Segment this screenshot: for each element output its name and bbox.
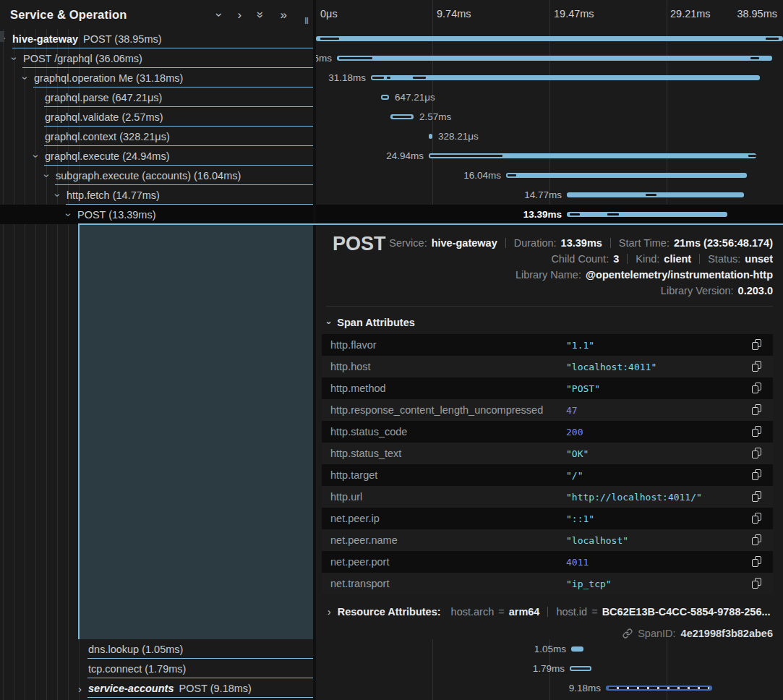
copy-icon[interactable] [752, 339, 762, 351]
span-row-hive-gateway-post[interactable]: › hive-gateway POST (38.95ms) [0, 29, 316, 48]
timeline-row[interactable]: 9.18ms [316, 678, 783, 698]
separator [610, 238, 611, 248]
copy-icon[interactable] [752, 534, 762, 546]
duration-value: 13.39ms [561, 237, 602, 249]
copy-icon[interactable] [752, 383, 762, 394]
copy-icon[interactable] [752, 448, 762, 459]
timeline-row[interactable]: 31.18ms [316, 68, 783, 88]
copy-icon[interactable] [752, 426, 762, 438]
link-icon[interactable] [622, 628, 633, 639]
chevron-right-icon[interactable]: › [237, 9, 241, 21]
double-chevron-right-icon[interactable]: » [281, 9, 287, 21]
attribute-row: http.url "http://localhost:4011/" [322, 486, 773, 508]
detail-spacer [78, 225, 313, 639]
span-service: hive-gateway [12, 33, 78, 45]
timeline-row[interactable]: 24.94ms [316, 146, 783, 166]
copy-icon[interactable] [752, 578, 762, 589]
timeline-row[interactable]: 38.95ms [316, 29, 783, 48]
attribute-row: http.flavor "1.1" [322, 334, 773, 356]
span-row-post-selected[interactable]: › POST (13.39ms) [0, 205, 316, 224]
chevron-down-icon[interactable]: › [31, 154, 42, 158]
child-count-value: 3 [613, 253, 619, 265]
copy-icon[interactable] [752, 404, 762, 416]
double-chevron-down-icon[interactable]: » [254, 11, 267, 17]
span-attributes-header[interactable]: › Span Attributes [328, 317, 415, 328]
span-row-graphql-validate[interactable]: graphql.validate (2.57ms) [0, 107, 316, 127]
span-service: service-accounts [88, 683, 174, 694]
span-name: graphql.execute (24.94ms) [45, 150, 170, 162]
separator [547, 607, 548, 617]
child-marker [320, 38, 339, 40]
span-name: graphql.operation Me (31.18ms) [34, 72, 183, 84]
span-row-post-graphql[interactable]: › POST /graphql (36.06ms) [0, 48, 316, 68]
resource-attr-value: arm64 [509, 606, 540, 618]
span-bar[interactable] [506, 173, 747, 178]
timeline-rows-bottom: 1.05ms 1.79ms 9.18ms [316, 639, 783, 698]
left-panel-header: Service & Operation › › » » [0, 0, 316, 29]
copy-icon[interactable] [752, 469, 762, 481]
attribute-row: net.transport "ip_tcp" [322, 573, 773, 594]
selected-span-accent-line [78, 223, 783, 225]
span-bar[interactable] [337, 56, 772, 61]
span-bar[interactable] [316, 36, 783, 41]
copy-icon[interactable] [752, 556, 762, 568]
copy-icon[interactable] [752, 513, 762, 524]
attribute-value: "1.1" [566, 340, 594, 351]
span-row-graphql-parse[interactable]: graphql.parse (647.21μs) [0, 88, 316, 107]
span-bar[interactable] [429, 134, 432, 139]
timeline-row-selected[interactable]: 13.39ms [316, 205, 783, 224]
chevron-right-icon[interactable]: › [328, 606, 331, 618]
timeline-row[interactable]: 36.06ms [316, 48, 783, 68]
resource-attributes-row[interactable]: › Resource Attributes: host.arch = arm64… [328, 605, 771, 619]
row-underline [87, 697, 316, 698]
span-row-service-accounts-post[interactable]: › service-accounts POST (9.18ms) [0, 678, 316, 698]
timeline-row[interactable]: 647.21μs [316, 88, 783, 107]
child-marker [430, 155, 502, 157]
chevron-down-icon[interactable]: › [213, 12, 226, 17]
span-bar[interactable] [567, 212, 727, 217]
chevron-down-icon[interactable]: › [53, 193, 64, 197]
span-tree-bottom: dns.lookup (1.05ms) tcp.connect (1.79ms)… [0, 639, 316, 698]
attribute-key: http.method [330, 383, 386, 394]
detail-info-line-3: Library Name: @opentelemetry/instrumenta… [389, 267, 773, 283]
span-row-subgraph-execute[interactable]: › subgraph.execute (accounts) (16.04ms) [0, 166, 316, 185]
chevron-down-icon[interactable]: › [42, 174, 53, 177]
chevron-right-icon[interactable]: › [78, 683, 82, 693]
attribute-key: http.response_content_length_uncompresse… [330, 404, 543, 416]
timeline-row[interactable]: 328.21μs [316, 127, 783, 146]
timeline-row[interactable]: 1.79ms [316, 659, 783, 678]
panel-divider[interactable] [313, 0, 316, 700]
span-row-http-fetch[interactable]: › http.fetch (14.77ms) [0, 185, 316, 205]
copy-icon[interactable] [752, 361, 762, 372]
chevron-down-icon[interactable]: › [64, 213, 74, 216]
span-row-graphql-context[interactable]: graphql.context (328.21μs) [0, 127, 316, 146]
timeline-row[interactable]: 16.04ms [316, 166, 783, 185]
child-marker [570, 213, 580, 215]
panel-resize-handle[interactable]: ‖ [304, 16, 309, 26]
attribute-value: 4011 [566, 557, 589, 568]
span-row-graphql-execute[interactable]: › graphql.execute (24.94ms) [0, 146, 316, 166]
timeline-row[interactable]: 2.57ms [316, 107, 783, 127]
chevron-down-icon[interactable]: › [9, 56, 20, 60]
timeline-row[interactable]: 14.77ms [316, 185, 783, 205]
timeline-row[interactable]: 1.05ms [316, 639, 783, 659]
copy-icon[interactable] [752, 491, 762, 503]
duration-label: Duration: [514, 237, 557, 249]
chevron-down-icon[interactable]: › [324, 321, 335, 324]
chevron-down-icon[interactable]: › [20, 76, 31, 80]
span-name: graphql.parse (647.21μs) [45, 92, 162, 103]
span-bar[interactable] [371, 75, 760, 80]
library-name-value: @opentelemetry/instrumentation-http [586, 269, 773, 281]
span-bar[interactable] [571, 646, 583, 652]
span-row-tcp-connect[interactable]: tcp.connect (1.79ms) [0, 659, 316, 678]
start-time-label: Start Time: [619, 237, 669, 249]
child-marker [571, 667, 590, 670]
span-row-dns-lookup[interactable]: dns.lookup (1.05ms) [0, 639, 316, 659]
child-marker [393, 116, 411, 118]
span-id-value: 4e21998f3b82abe6 [681, 628, 773, 639]
kind-value: client [664, 253, 691, 265]
attribute-row: net.peer.name "localhost" [322, 529, 773, 551]
span-row-graphql-operation[interactable]: › graphql.operation Me (31.18ms) [0, 68, 316, 88]
child-count-label: Child Count: [551, 253, 609, 265]
start-time-value: 21ms (23:56:48.174) [674, 237, 773, 249]
